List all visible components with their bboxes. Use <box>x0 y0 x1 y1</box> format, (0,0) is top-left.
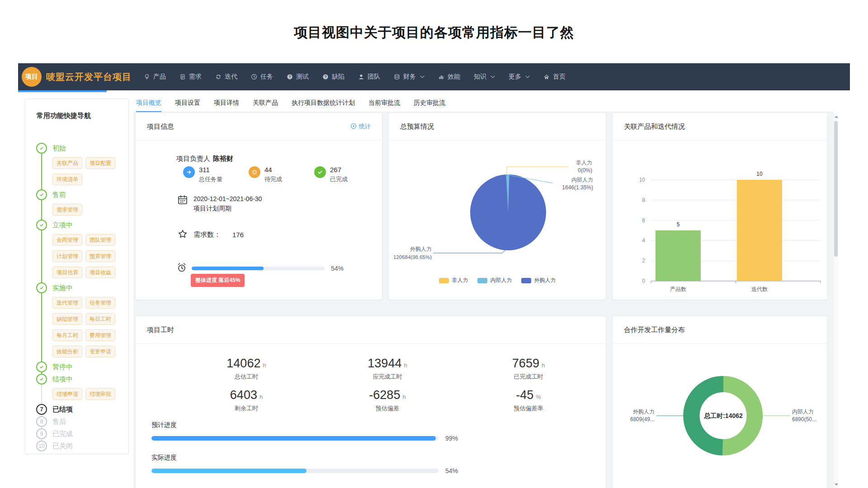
nav-item-home[interactable]: 首页 <box>537 63 572 90</box>
nav-item-product[interactable]: 产品 <box>137 63 173 90</box>
hours-metric-预估偏差率: -45%预估偏差率 <box>458 388 599 413</box>
svg-text:6890(50...: 6890(50... <box>792 416 816 422</box>
quick-button-每月工时[interactable]: 每月工时 <box>52 329 82 341</box>
workload-card: 合作开发工作量分布 外购人力6809(49...内部人力6890(50...总工… <box>613 316 827 488</box>
nav-item-iteration[interactable]: 迭代 <box>208 63 244 90</box>
quick-button-项目收益[interactable]: 项目收益 <box>85 267 115 278</box>
scrollbar-thumb[interactable] <box>834 121 838 257</box>
check-circle-icon <box>36 189 47 200</box>
tab-2[interactable]: 项目详情 <box>214 95 239 112</box>
quick-button-每日工时[interactable]: 每日工时 <box>85 313 115 325</box>
quick-button-项目估算[interactable]: 项目估算 <box>52 267 82 278</box>
stage-label: 已关闭 <box>52 442 73 450</box>
check-circle-glyph <box>317 169 323 175</box>
requirement-count: 需求数： 176 <box>177 229 244 241</box>
quick-button-团队管理[interactable]: 团队管理 <box>85 234 115 246</box>
legend-item-外购人力[interactable]: 外购人力 <box>521 277 556 284</box>
stage-已结项: 7已结项 <box>25 404 128 415</box>
stage-售前: 售前需求管理 <box>25 189 128 218</box>
metric-number: -45 <box>516 388 533 402</box>
legend-item-内部人力[interactable]: 内部人力 <box>477 277 512 284</box>
alarm-clock-icon <box>176 262 187 275</box>
quick-button-环境清单[interactable]: 环境清单 <box>52 174 82 185</box>
legend-label: 内部人力 <box>491 277 512 284</box>
page-title: 项目视图中关于项目的各项常用指标一目了然 <box>0 23 868 42</box>
tab-1[interactable]: 项目设置 <box>175 95 200 112</box>
metric-label: 预估偏差率 <box>458 404 599 413</box>
nav-item-9[interactable]: 知识 <box>467 63 502 90</box>
progress-row-预计进度: 预计进度99% <box>151 421 458 442</box>
quick-button-预算管理[interactable]: 预算管理 <box>85 250 115 262</box>
tab-3[interactable]: 关联产品 <box>253 95 278 112</box>
tab-5[interactable]: 当前审批流 <box>368 95 400 112</box>
metric-number: 6403 <box>230 388 257 402</box>
stage-立项中: 立项中合同管理团队管理计划管理预算管理项目估算项目收益 <box>25 220 128 281</box>
quick-button-计划管理[interactable]: 计划管理 <box>52 250 82 262</box>
quick-button-合同管理[interactable]: 合同管理 <box>52 234 82 246</box>
quick-button-变更申请[interactable]: 变更申请 <box>85 346 115 357</box>
legend-swatch <box>477 278 487 283</box>
nav-item-team[interactable]: 团队 <box>351 63 387 90</box>
metric-unit: % <box>536 394 541 400</box>
check-circle-icon <box>36 361 47 372</box>
nav-item-efficiency[interactable]: 效能 <box>431 63 467 90</box>
quick-button-任务管理[interactable]: 任务管理 <box>85 297 115 309</box>
scroll-down-button[interactable] <box>834 482 839 487</box>
task-icon <box>251 74 257 80</box>
svg-text:8: 8 <box>642 197 645 203</box>
calendar-glyph <box>177 194 188 205</box>
metric-label: 剩余工时 <box>176 404 317 413</box>
quick-button-迭代管理[interactable]: 迭代管理 <box>52 297 82 309</box>
nav-item-requirement[interactable]: 需求 <box>173 63 208 90</box>
legend-swatch <box>521 278 531 283</box>
metric-unit: h <box>259 394 263 400</box>
triangle-down-icon <box>835 483 838 486</box>
check-circle-icon <box>314 166 326 178</box>
progress-row-实际进度: 实际进度54% <box>151 454 458 474</box>
timeline-connector <box>41 293 42 362</box>
metric-label: 应完成工时 <box>317 373 458 381</box>
nav-item-finance[interactable]: 财务 <box>387 63 431 90</box>
quick-button-效能分析[interactable]: 效能分析 <box>52 346 82 357</box>
stage-number-circle: 10 <box>36 441 47 451</box>
overall-progress: 54% <box>176 262 344 275</box>
stage-label: 结项中 <box>52 375 73 383</box>
nav-item-10[interactable]: 更多 <box>502 63 537 90</box>
quick-button-关联产品[interactable]: 关联产品 <box>52 157 82 169</box>
legend-item-非人力[interactable]: 非人力 <box>439 277 468 284</box>
stage-售后: 8售后 <box>25 416 128 427</box>
stage-label: 初始 <box>52 144 66 152</box>
metric-number: 13944 <box>368 357 401 370</box>
tab-6[interactable]: 历史审批流 <box>414 95 445 112</box>
tab-0[interactable]: 项目概览 <box>136 95 161 112</box>
product-iteration-bar-chart: 02468105产品数10迭代数 <box>613 141 827 301</box>
scroll-up-button[interactable] <box>834 114 839 119</box>
check-circle-icon <box>36 220 47 230</box>
quick-button-结项审批[interactable]: 结项审批 <box>85 388 115 400</box>
vertical-scrollbar <box>833 113 838 488</box>
svg-text:内部人力: 内部人力 <box>571 177 593 183</box>
tab-4[interactable]: 执行项目数据统计计划 <box>292 95 355 112</box>
svg-text:产品数: 产品数 <box>670 286 686 292</box>
svg-text:?: ? <box>288 75 291 79</box>
quick-button-需求管理[interactable]: 需求管理 <box>52 204 82 216</box>
task-stat-label: 待完成 <box>264 175 282 183</box>
stats-link[interactable]: 统计 <box>350 122 371 131</box>
nav-item-defect[interactable]: ?缺陷 <box>316 63 351 90</box>
metric-number: 7659 <box>512 357 539 370</box>
nav-item-label: 产品 <box>153 73 166 81</box>
task-stat-value: 311 <box>199 166 222 174</box>
legend-label: 非人力 <box>452 277 468 284</box>
svg-text:4: 4 <box>642 237 645 244</box>
progress-delay-badge: 整体进度 落后45% <box>191 274 245 287</box>
product-iteration-card: 关联产品和迭代情况 02468105产品数10迭代数 <box>613 113 827 300</box>
quick-button-缺陷管理[interactable]: 缺陷管理 <box>52 313 82 325</box>
quick-button-费用管理[interactable]: 费用管理 <box>85 329 115 341</box>
nav-menu: 产品需求迭代任务?测试?缺陷团队财务效能知识更多首页 <box>137 63 572 90</box>
check-circle-icon <box>36 374 47 385</box>
quick-button-项目配置[interactable]: 项目配置 <box>85 157 115 169</box>
nav-item-task[interactable]: 任务 <box>244 63 280 90</box>
quick-button-结项申请[interactable]: 结项申请 <box>52 388 82 400</box>
hours-metric-应完成工时: 13944h应完成工时 <box>317 357 458 381</box>
nav-item-test[interactable]: ?测试 <box>280 63 316 90</box>
